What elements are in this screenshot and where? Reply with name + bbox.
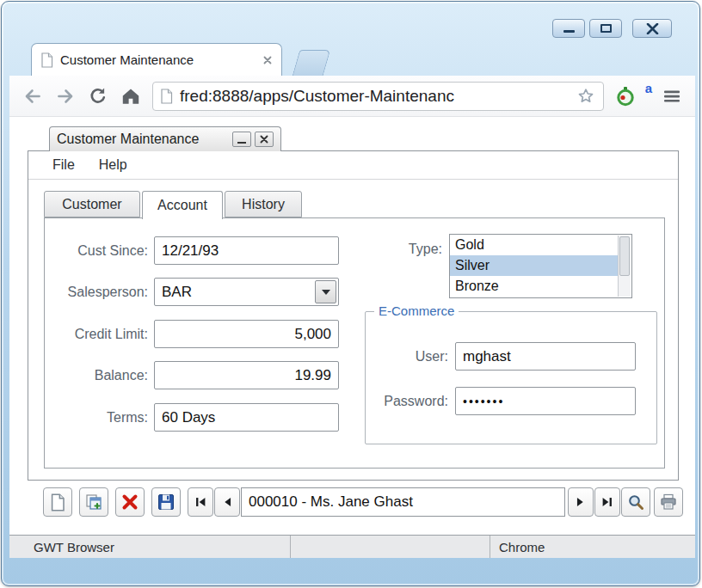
status-left: GWT Browser <box>9 536 290 558</box>
refresh-button[interactable] <box>83 82 113 111</box>
app-close-button[interactable] <box>255 132 274 147</box>
account-tab-panel: Cust Since: Salesperson: BAR Credit Limi… <box>44 217 665 469</box>
first-record-icon <box>193 494 208 510</box>
app-page: Customer Maintenance File Help <box>9 117 695 535</box>
chevron-down-icon <box>322 290 330 295</box>
browser-tab-title: Customer Maintenance <box>60 52 256 67</box>
tab-customer[interactable]: Customer <box>44 191 140 217</box>
back-arrow-icon <box>22 85 44 107</box>
window-close-button[interactable] <box>632 19 672 38</box>
app-window-title: Customer Maintenance <box>57 132 229 147</box>
last-record-icon <box>600 494 615 510</box>
home-icon <box>120 85 142 107</box>
terms-field[interactable] <box>154 403 339 432</box>
browser-toolbar: fred:8888/apps/Customer-Maintenanc a <box>9 76 695 117</box>
tab-history[interactable]: History <box>225 191 302 217</box>
next-record-icon <box>573 494 588 510</box>
menu-file[interactable]: File <box>40 157 87 173</box>
app-window-titlebar[interactable]: Customer Maintenance <box>49 126 281 151</box>
page-icon <box>40 52 53 68</box>
ecommerce-legend: E-Commerce <box>374 303 459 318</box>
salesperson-value: BAR <box>162 279 192 305</box>
user-label: User: <box>367 349 448 364</box>
search-records-button[interactable] <box>621 487 650 517</box>
home-button[interactable] <box>116 82 145 111</box>
browser-content: fred:8888/apps/Customer-Maintenanc a <box>9 76 695 558</box>
dropdown-button[interactable] <box>315 280 336 303</box>
password-field[interactable] <box>455 387 636 415</box>
credit-limit-field[interactable] <box>154 320 339 348</box>
copy-record-button[interactable] <box>79 487 108 517</box>
current-record-display[interactable]: 000010 - Ms. Jane Ghast <box>241 487 565 517</box>
print-button[interactable] <box>654 487 683 517</box>
type-option-gold[interactable]: Gold <box>450 235 618 255</box>
user-field[interactable] <box>455 342 636 371</box>
previous-record-button[interactable] <box>214 487 240 517</box>
app-main-panel: File Help Customer Account History Cust … <box>28 150 679 481</box>
copy-record-icon <box>85 493 102 511</box>
delete-record-button[interactable] <box>115 487 145 517</box>
window-maximize-button[interactable] <box>589 19 622 38</box>
browser-tab[interactable]: Customer Maintenance <box>31 43 282 76</box>
delete-x-icon <box>121 493 139 511</box>
new-document-icon <box>50 493 65 511</box>
search-icon <box>627 493 644 511</box>
browser-menu-button[interactable] <box>657 82 687 111</box>
close-icon <box>646 23 659 34</box>
type-option-bronze[interactable]: Bronze <box>450 276 618 297</box>
password-label: Password: <box>367 394 448 409</box>
new-record-button[interactable] <box>43 487 72 517</box>
minimize-icon <box>237 142 246 144</box>
type-option-silver[interactable]: Silver <box>450 255 618 276</box>
balance-field[interactable] <box>154 361 339 389</box>
type-label: Type: <box>380 242 442 257</box>
last-record-button[interactable] <box>594 487 620 517</box>
forward-button[interactable] <box>51 82 80 111</box>
status-middle <box>290 536 490 558</box>
status-bar: GWT Browser Chrome <box>9 535 695 558</box>
status-right: Chrome <box>490 536 695 558</box>
new-tab-button[interactable] <box>292 50 331 76</box>
minimize-icon <box>563 30 575 33</box>
save-floppy-icon <box>157 493 175 511</box>
browser-window-frame: Customer Maintenance <box>1 1 700 586</box>
close-icon <box>260 135 268 144</box>
balance-label: Balance: <box>50 368 148 383</box>
back-button[interactable] <box>18 82 47 111</box>
address-bar[interactable]: fred:8888/apps/Customer-Maintenanc <box>152 82 604 111</box>
salesperson-dropdown[interactable]: BAR <box>154 278 339 306</box>
refresh-icon <box>87 85 109 107</box>
cust-since-field[interactable] <box>154 236 339 265</box>
first-record-button[interactable] <box>188 487 213 517</box>
window-controls <box>548 19 672 38</box>
ecommerce-group: E-Commerce User: Password: <box>365 311 657 444</box>
salesperson-label: Salesperson: <box>50 285 148 300</box>
url-text[interactable]: fred:8888/apps/Customer-Maintenanc <box>180 87 569 106</box>
scrollbar-thumb[interactable] <box>619 236 630 276</box>
window-minimize-button[interactable] <box>552 19 585 38</box>
save-record-button[interactable] <box>151 487 181 517</box>
bookmark-star-icon[interactable] <box>576 86 596 107</box>
record-toolbar: 000010 - Ms. Jane Ghast <box>9 483 695 531</box>
page-icon <box>160 89 173 104</box>
type-listbox[interactable]: Gold Silver Bronze <box>449 234 632 298</box>
menu-bar: File Help <box>28 151 678 180</box>
forward-arrow-icon <box>54 85 77 107</box>
credit-limit-label: Credit Limit: <box>50 327 148 342</box>
tab-close-icon[interactable] <box>262 55 273 65</box>
profile-badge: a <box>644 81 654 95</box>
tab-account[interactable]: Account <box>142 191 223 219</box>
screen: Customer Maintenance <box>0 0 702 588</box>
app-minimize-button[interactable] <box>232 132 251 147</box>
extension-stopwatch-button[interactable] <box>611 82 640 111</box>
hamburger-menu-icon <box>662 86 682 107</box>
listbox-scrollbar[interactable] <box>618 236 631 297</box>
terms-label: Terms: <box>50 410 148 426</box>
maximize-icon <box>600 24 612 33</box>
next-record-button[interactable] <box>568 487 594 517</box>
cust-since-label: Cust Since: <box>50 243 148 259</box>
previous-record-icon <box>219 494 235 510</box>
menu-help[interactable]: Help <box>87 157 139 173</box>
stopwatch-icon <box>614 85 637 107</box>
printer-icon <box>660 493 677 511</box>
